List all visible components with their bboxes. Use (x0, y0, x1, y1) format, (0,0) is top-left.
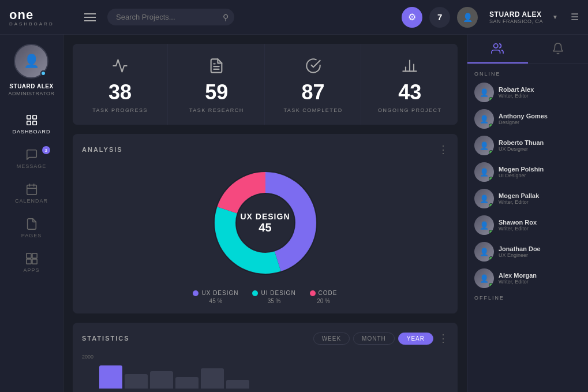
status-dot (489, 97, 493, 102)
user-name: Mogen Pallak (499, 192, 539, 199)
logo-area: one DASHBOARD (9, 8, 73, 27)
statistics-bar-area: 2000 (82, 354, 448, 389)
bar-item (175, 377, 199, 389)
user-name: Anthony Gomes (499, 113, 548, 120)
chevron-down-icon[interactable]: ▼ (552, 14, 558, 20)
bar-item (226, 380, 249, 389)
chart-container: UX DESIGN 45 UX DESIGN 45 % (82, 165, 448, 304)
statistics-title: STATISTICS (82, 335, 130, 342)
legend-pct-code: 20 % (317, 298, 330, 304)
hamburger-menu[interactable] (84, 13, 96, 21)
legend-pct-ux: 45 % (209, 298, 223, 304)
completed-icon (305, 55, 321, 76)
user-item-mogen-pa[interactable]: 👤 Mogen Pallak Writer, Editor (474, 189, 581, 208)
stat-card-progress: 38 TASK PROGRESS (73, 44, 168, 125)
online-label: ONLINE (474, 71, 581, 77)
svg-rect-4 (27, 185, 36, 195)
search-icon[interactable]: ⚲ (223, 13, 229, 22)
y-axis-label: 2000 (82, 354, 93, 360)
statistics-tabs: WEEK MONTH YEAR (313, 333, 433, 345)
analysis-header: ANALYSIS ⋮ (82, 143, 448, 156)
progress-icon (112, 55, 128, 76)
user-item-mogen-p[interactable]: 👤 Mogen Polshin UI Designer (474, 162, 581, 182)
donut-chart: UX DESIGN 45 (208, 165, 323, 281)
user-name: Alex Morgan (499, 272, 537, 279)
legend-pct-ui: 35 % (268, 298, 281, 304)
user-name: Shawon Rox (499, 219, 537, 226)
tab-bell-icon[interactable] (528, 35, 589, 64)
profile-avatar: 👤 (14, 44, 48, 79)
sidebar-item-calendar[interactable]: CALENDAR (0, 177, 63, 210)
sidebar-item-pages[interactable]: PAGES (0, 212, 63, 244)
user-role: UX Designer (499, 146, 544, 152)
avatar[interactable]: 👤 (457, 7, 478, 28)
analysis-title: ANALYSIS (82, 146, 123, 153)
user-item-anthony[interactable]: 👤 Anthony Gomes Designer (474, 109, 581, 129)
user-item-roberto[interactable]: 👤 Roberto Thuan UX Designer (474, 136, 581, 155)
logo-text: one (9, 8, 33, 22)
sidebar-nav: DASHBOARD 3 MESSAGE CALENDAR (0, 108, 63, 279)
online-status-dot (40, 70, 46, 76)
user-name: STUARD ALEX (489, 10, 543, 18)
online-section: ONLINE 👤 Robart Alex Writer, Editor 👤 An… (467, 64, 588, 392)
status-dot (489, 203, 493, 208)
svg-rect-9 (32, 253, 36, 258)
research-icon (208, 55, 224, 76)
user-role: UX Engineer (499, 252, 541, 258)
user-text: Jonathan Doe UX Engineer (499, 245, 541, 258)
user-location: SAN FRANSICO, CA (489, 18, 543, 24)
svg-rect-0 (27, 115, 30, 119)
user-item-jonathan[interactable]: 👤 Jonathan Doe UX Engineer (474, 242, 581, 262)
statistics-section: STATISTICS WEEK MONTH YEAR ⋮ 2000 (73, 323, 458, 392)
user-item-robart[interactable]: 👤 Robart Alex Writer, Editor (474, 83, 581, 102)
bar-item (201, 368, 224, 389)
sidebar-item-message[interactable]: 3 MESSAGE (0, 143, 63, 175)
user-role: UI Designer (499, 173, 544, 178)
stat-card-completed: 87 TASK COMPLETED (266, 44, 361, 125)
tab-month[interactable]: MONTH (353, 333, 395, 345)
svg-rect-2 (27, 121, 30, 125)
legend-label-code: CODE (319, 290, 338, 296)
tab-year[interactable]: YEAR (398, 333, 433, 345)
menu-icon[interactable]: ☰ (571, 12, 579, 23)
statistics-more-btn[interactable]: ⋮ (438, 332, 448, 345)
user-role: Writer, Editor (499, 93, 534, 99)
sidebar-item-dashboard[interactable]: DASHBOARD (0, 108, 63, 140)
svg-rect-3 (32, 121, 36, 125)
bar-item (125, 374, 148, 389)
profile-role: ADMINISTRATOR (8, 91, 54, 96)
bar-item (150, 371, 173, 389)
notification-badge[interactable]: 7 (429, 7, 450, 28)
user-name: Jonathan Doe (499, 245, 541, 252)
ongoing-icon (402, 55, 418, 76)
status-dot (489, 256, 493, 261)
user-name: Robart Alex (499, 86, 534, 93)
analysis-more-btn[interactable]: ⋮ (438, 143, 448, 156)
settings-icon[interactable]: ⚙ (402, 7, 422, 28)
tab-users-icon[interactable] (467, 35, 528, 64)
sidebar-profile: 👤 STUARD ALEX ADMINISTRATOR (8, 44, 54, 96)
user-name: Mogen Polshin (499, 166, 544, 173)
legend-item-code: CODE 20 % (310, 290, 338, 304)
offline-label: OFFLINE (474, 295, 581, 301)
svg-rect-10 (26, 259, 31, 264)
user-text: Anthony Gomes Designer (499, 113, 548, 125)
tab-week[interactable]: WEEK (313, 333, 350, 345)
right-panel-tabs (467, 35, 588, 64)
legend-dot-ui (252, 290, 258, 296)
stat-label-progress: TASK PROGRESS (92, 107, 148, 113)
sidebar: 👤 STUARD ALEX ADMINISTRATOR DASHBOARD (0, 35, 63, 392)
donut-label: UX DESIGN 45 (240, 212, 290, 234)
user-item-alex[interactable]: 👤 Alex Morgan Writer, Editor (474, 268, 581, 288)
search-input[interactable] (107, 9, 234, 25)
sidebar-item-apps[interactable]: APPS (0, 247, 63, 279)
header-icons: ⚙ 7 👤 STUARD ALEX SAN FRANSICO, CA ▼ ☰ (402, 7, 579, 28)
user-item-shawon[interactable]: 👤 Shawon Rox Writer, Editor (474, 215, 581, 235)
user-avatar: 👤 (474, 189, 494, 208)
user-avatar: 👤 (474, 242, 494, 262)
svg-point-22 (494, 44, 498, 48)
stat-number-ongoing: 43 (398, 82, 421, 103)
stat-label-completed: TASK COMPLETED (283, 107, 342, 113)
svg-rect-8 (26, 253, 31, 258)
chart-legend: UX DESIGN 45 % UI DESIGN 35 % (193, 290, 337, 304)
